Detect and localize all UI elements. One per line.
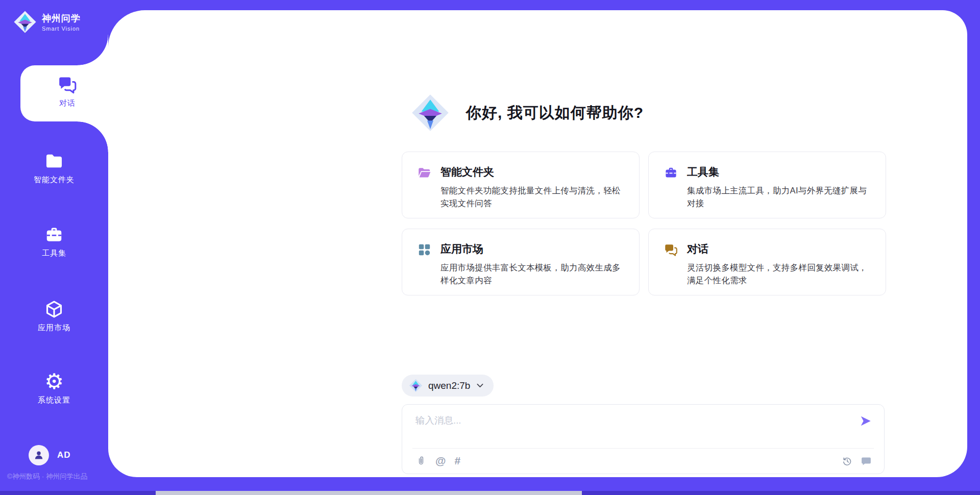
grid-icon [418,243,433,285]
sidebar-item-label: 应用市场 [38,323,70,333]
sidebar-item-label: 对话 [59,98,76,108]
sidebar-item-label: 工具集 [42,249,66,258]
send-icon [859,414,872,428]
input-toolbar-right [842,456,872,467]
sidebar-item-toolset[interactable]: 工具集 [0,225,108,258]
message-input[interactable] [415,415,834,426]
copyright: ©神州数码 · 神州问学出品 [7,472,87,481]
tab-fillet-top [78,35,108,65]
gear-icon: ⚙ [44,372,64,392]
sidebar-item-app-market[interactable]: 应用市场 [0,299,108,333]
greeting-title: 你好, 我可以如何帮助你? [466,103,644,123]
sidebar-item-label: 系统设置 [38,395,70,405]
card-description: 灵活切换多模型文件，支持多样回复效果调试，满足个性化需求 [687,261,871,287]
user-icon [33,449,45,461]
tab-fillet-bottom [78,121,108,152]
assistant-logo-icon [411,93,450,132]
app-name: 神州问学 [42,12,81,24]
sidebar-item-chat[interactable]: 对话 [22,75,112,108]
history-icon [842,456,853,467]
chat-icon [664,243,679,285]
model-name: qwen2:7b [428,380,470,391]
folder-icon [44,151,64,171]
sidebar-item-smart-folder[interactable]: 智能文件夹 [0,151,108,185]
mention-button[interactable]: @ [435,455,446,467]
sidebar: 神州问学 Smart Vision 对话 智能文件夹 [0,0,108,495]
card-description: 应用市场提供丰富长文本模板，助力高效生成多样化文章内容 [440,261,625,287]
app-logo: 神州问学 Smart Vision [13,10,81,34]
horizontal-scrollbar[interactable] [0,491,980,495]
chat-bubble-button[interactable] [861,456,872,467]
toolbox-icon [44,225,64,245]
card-title: 对话 [687,242,871,256]
toolbox-icon [664,166,679,208]
card-title: 工具集 [687,165,871,179]
mention-icon: @ [435,455,446,467]
user-profile[interactable]: AD [29,445,71,465]
card-description: 智能文件夹功能支持批量文件上传与清洗，轻松实现文件问答 [440,184,625,210]
send-button[interactable] [859,414,873,429]
feature-cards: 智能文件夹 智能文件夹功能支持批量文件上传与清洗，轻松实现文件问答 工具集 集成… [402,152,886,295]
cube-icon [44,299,64,319]
feature-card-app-market[interactable]: 应用市场 应用市场提供丰富长文本模板，助力高效生成多样化文章内容 [402,229,640,295]
avatar [29,445,49,465]
folder-open-icon [418,166,433,208]
attachment-icon [415,455,427,466]
main-panel: 你好, 我可以如何帮助你? 智能文件夹 智能文件夹功能支持批量文件上传与清洗，轻… [108,10,967,477]
chevron-down-icon [476,381,484,390]
sidebar-item-settings[interactable]: ⚙ 系统设置 [0,372,108,405]
input-toolbar-left: @ # [415,455,460,467]
sidebar-item-label: 智能文件夹 [34,175,75,185]
card-title: 应用市场 [440,242,625,256]
scrollbar-thumb[interactable] [156,491,582,495]
card-title: 智能文件夹 [440,165,625,179]
app-window: 神州问学 Smart Vision 对话 智能文件夹 [0,0,980,495]
hash-button[interactable]: # [454,455,460,467]
app-subtitle: Smart Vision [42,26,81,32]
chat-icon [57,75,78,95]
greeting: 你好, 我可以如何帮助你? [411,93,644,132]
feature-card-smart-folder[interactable]: 智能文件夹 智能文件夹功能支持批量文件上传与清洗，轻松实现文件问答 [402,152,640,218]
attachment-button[interactable] [415,455,427,466]
user-name: AD [57,450,71,460]
message-input-box: @ # [402,404,885,474]
input-divider [412,448,874,449]
app-logo-icon [13,10,37,34]
model-logo-icon [409,379,423,392]
chat-bubble-icon [861,456,872,467]
hash-icon: # [454,455,460,467]
model-selector[interactable]: qwen2:7b [402,375,494,397]
card-description: 集成市场上主流工具，助力AI与外界无缝扩展与对接 [687,184,871,210]
history-button[interactable] [842,456,853,467]
feature-card-toolset[interactable]: 工具集 集成市场上主流工具，助力AI与外界无缝扩展与对接 [648,152,886,218]
feature-card-chat[interactable]: 对话 灵活切换多模型文件，支持多样回复效果调试，满足个性化需求 [648,229,886,295]
